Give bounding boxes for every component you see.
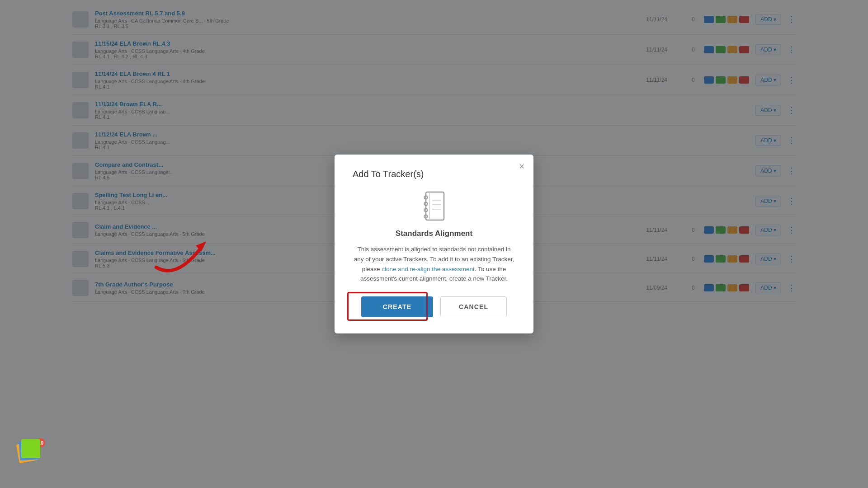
svg-rect-0 <box>426 192 444 220</box>
modal-heading: Standards Alignment <box>353 229 515 238</box>
modal-buttons: CREATE CANCEL <box>353 296 515 317</box>
add-to-tracker-modal: × Add To Tracker(s) Standards Alignment <box>335 155 533 333</box>
cancel-button[interactable]: CANCEL <box>440 296 507 317</box>
app-badge[interactable]: 10 <box>14 436 45 470</box>
modal-body: This assessment is aligned to standards … <box>353 244 515 283</box>
badge-stack: 10 <box>14 438 45 470</box>
modal-title: Add To Tracker(s) <box>353 169 515 179</box>
badge-layer-top <box>21 439 40 458</box>
modal-overlay: × Add To Tracker(s) Standards Alignment <box>0 0 868 488</box>
badge-layers <box>18 438 41 462</box>
tracker-icon-area <box>353 190 515 222</box>
clone-link[interactable]: clone and re-align the assessment <box>382 266 475 272</box>
close-button[interactable]: × <box>519 162 524 171</box>
create-button[interactable]: CREATE <box>361 296 433 317</box>
notebook-icon <box>420 190 448 222</box>
